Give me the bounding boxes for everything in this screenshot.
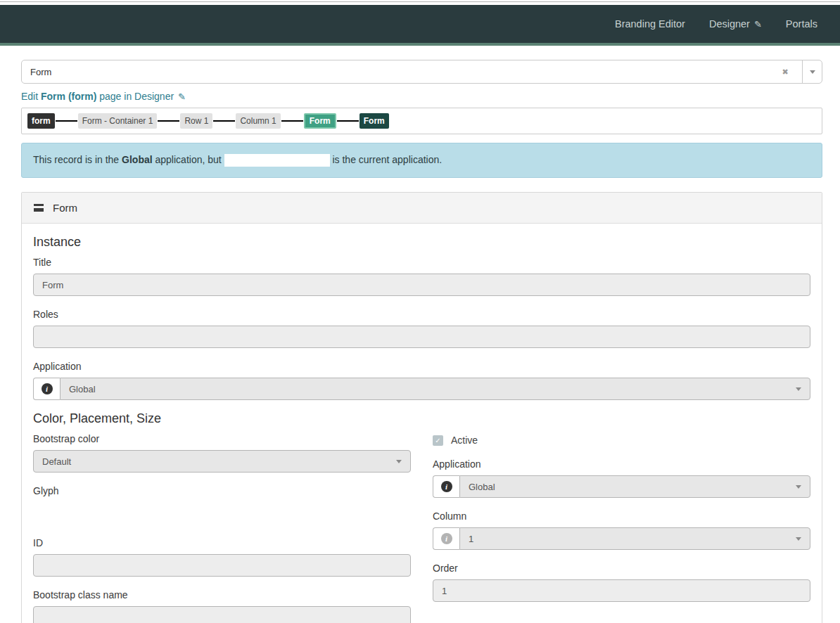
order-input[interactable] [433, 579, 810, 602]
panel-header[interactable]: Form [22, 193, 822, 224]
info-circle-icon: i [441, 481, 452, 492]
crumb-form-widget[interactable]: Form [359, 113, 389, 129]
widget-application-select[interactable]: Global [459, 475, 810, 498]
crumb-connector [337, 120, 359, 122]
bootstrap-color-select[interactable]: Default [33, 450, 411, 473]
bootstrap-class-label: Bootstrap class name [33, 589, 411, 600]
application-input-group: i Global [433, 475, 810, 498]
crumb-connector [281, 120, 303, 122]
right-column: ✓ Active Application i Global Column i [433, 426, 810, 602]
roles-input[interactable] [33, 326, 810, 348]
id-input[interactable] [33, 554, 411, 577]
application-label: Application [33, 361, 810, 372]
two-column-layout: Bootstrap color Default Glyph ID Bootstr… [33, 426, 810, 623]
roles-label: Roles [33, 309, 810, 320]
left-column: Bootstrap color Default Glyph ID Bootstr… [33, 426, 411, 623]
crumb-connector [213, 120, 235, 122]
application-select-value: Global [69, 384, 96, 394]
crumb-connector [56, 120, 77, 122]
crumb-container[interactable]: Form - Container 1 [78, 113, 158, 129]
caret-down-icon [796, 537, 801, 541]
active-checkbox-row: ✓ Active [433, 435, 810, 446]
current-application-blank [224, 154, 330, 167]
bootstrap-color-value: Default [42, 456, 71, 467]
edit-link-page-name: Form (form) [41, 91, 96, 102]
nav-designer-label: Designer [709, 18, 750, 30]
edit-link-row: Edit Form (form) page in Designer✎ [21, 91, 822, 102]
nav-designer[interactable]: Designer✎ [709, 18, 762, 30]
info-icon[interactable]: i [433, 475, 459, 498]
instance-section-heading: Instance [33, 235, 810, 250]
layout-section-heading: Color, Placement, Size [33, 411, 810, 426]
info-circle-icon: i [42, 383, 53, 394]
panel-body: Instance Title Roles Application i Globa… [22, 224, 822, 623]
alert-text: This record is in the [33, 154, 122, 165]
crumb-connector [158, 120, 179, 122]
caret-down-icon [396, 460, 402, 463]
bootstrap-class-input[interactable] [33, 606, 411, 623]
edit-page-link[interactable]: Edit Form (form) page in Designer✎ [21, 91, 186, 102]
page-hierarchy-breadcrumb: form Form - Container 1 Row 1 Column 1 F… [21, 108, 822, 134]
header-nav: Branding Editor Designer✎ Portals [615, 18, 840, 30]
info-icon[interactable]: i [433, 527, 459, 550]
nav-portals[interactable]: Portals [786, 18, 817, 30]
active-label: Active [451, 435, 478, 446]
page-content: ✖ Edit Form (form) page in Designer✎ for… [21, 60, 822, 623]
glyph-label: Glyph [33, 485, 411, 496]
title-input[interactable] [33, 274, 810, 296]
caret-down-icon [796, 387, 801, 391]
title-label: Title [33, 257, 810, 268]
info-circle-icon: i [441, 533, 452, 544]
panel-title: Form [53, 202, 77, 214]
application-label: Application [433, 458, 810, 470]
nav-branding-editor[interactable]: Branding Editor [615, 18, 685, 30]
crumb-row[interactable]: Row 1 [180, 113, 212, 129]
alert-text: is the current application. [330, 154, 443, 165]
caret-down-icon [810, 70, 815, 74]
caret-down-icon [796, 485, 801, 489]
column-select[interactable]: 1 [459, 527, 810, 550]
application-input-group: i Global [33, 378, 810, 400]
alert-application-name: Global [122, 154, 153, 165]
column-select-value: 1 [469, 534, 473, 544]
order-label: Order [433, 563, 810, 574]
id-label: ID [33, 537, 411, 548]
edit-link-suffix: page in Designer [96, 91, 174, 102]
application-select[interactable]: Global [60, 378, 810, 400]
form-widget-panel: Form Instance Title Roles Application i … [21, 192, 822, 623]
pencil-icon: ✎ [178, 91, 186, 102]
page-search-combobox: ✖ [21, 60, 822, 84]
column-input-group: i 1 [433, 527, 810, 550]
alert-text: application, but [153, 154, 224, 165]
search-input[interactable] [22, 60, 822, 83]
clear-icon[interactable]: ✖ [777, 60, 794, 83]
application-scope-alert: This record is in the Global application… [21, 143, 822, 178]
combobox-toggle-button[interactable] [802, 60, 822, 83]
pencil-icon: ✎ [754, 19, 762, 30]
glyph-slot [33, 502, 411, 525]
crumb-form-page[interactable]: form [27, 113, 55, 129]
info-icon[interactable]: i [33, 378, 60, 400]
widget-application-value: Global [469, 482, 495, 492]
bootstrap-color-label: Bootstrap color [33, 433, 411, 444]
edit-link-prefix: Edit [21, 91, 41, 102]
column-label: Column [433, 510, 810, 522]
crumb-form-widget-selected[interactable]: Form [304, 113, 336, 129]
menu-icon[interactable] [34, 204, 44, 212]
app-header: Branding Editor Designer✎ Portals [0, 5, 840, 46]
crumb-column[interactable]: Column 1 [236, 113, 280, 129]
active-checkbox[interactable]: ✓ [433, 435, 443, 446]
